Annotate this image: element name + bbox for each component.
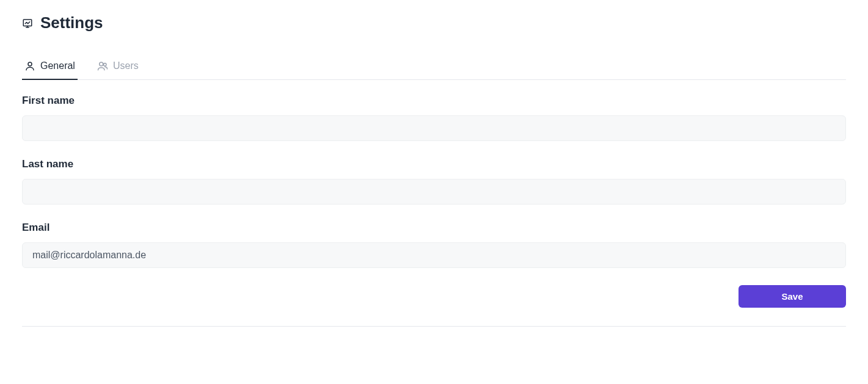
page-title: Settings bbox=[40, 13, 103, 32]
svg-point-5 bbox=[103, 63, 106, 67]
tab-general[interactable]: General bbox=[22, 54, 78, 80]
user-icon bbox=[24, 60, 35, 71]
users-icon bbox=[97, 60, 108, 71]
email-group: Email bbox=[22, 222, 846, 268]
first-name-group: First name bbox=[22, 95, 846, 141]
section-divider bbox=[22, 326, 846, 327]
tab-users-label: Users bbox=[113, 60, 139, 71]
page-header: Settings bbox=[22, 13, 846, 32]
form-actions: Save bbox=[22, 285, 846, 308]
email-label: Email bbox=[22, 222, 846, 234]
tab-users[interactable]: Users bbox=[95, 54, 141, 80]
last-name-group: Last name bbox=[22, 158, 846, 205]
last-name-input[interactable] bbox=[22, 179, 846, 205]
email-input[interactable] bbox=[22, 242, 846, 268]
save-button[interactable]: Save bbox=[739, 285, 846, 308]
last-name-label: Last name bbox=[22, 158, 846, 170]
tab-general-label: General bbox=[40, 60, 75, 71]
first-name-input[interactable] bbox=[22, 115, 846, 141]
first-name-label: First name bbox=[22, 95, 846, 107]
tabs: General Users bbox=[22, 54, 846, 80]
chart-presentation-icon bbox=[22, 18, 33, 29]
svg-point-4 bbox=[100, 62, 103, 66]
svg-point-3 bbox=[28, 62, 32, 66]
